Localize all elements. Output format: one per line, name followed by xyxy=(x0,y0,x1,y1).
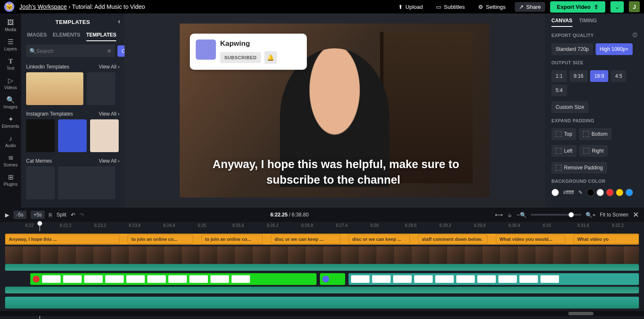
swatch-blue[interactable] xyxy=(625,189,633,196)
bg-swatch-current[interactable] xyxy=(551,189,559,196)
magnet-icon[interactable]: ⫝ xyxy=(507,212,513,218)
viewall-link[interactable]: View All › xyxy=(99,111,120,117)
remove-padding[interactable]: Remove Padding xyxy=(551,162,607,174)
tab-canvas[interactable]: CANVAS xyxy=(551,18,572,27)
export-caret-button[interactable]: ⌄ xyxy=(610,1,624,13)
eyedropper-icon[interactable]: ✎ xyxy=(578,190,583,195)
split-icon[interactable]: ⎘ xyxy=(49,212,52,218)
pad-right[interactable]: Right xyxy=(579,145,608,157)
close-timeline[interactable]: ✕ xyxy=(633,210,639,219)
pad-bottom[interactable]: Bottom xyxy=(579,128,612,140)
fit-to-screen[interactable]: Fit to Screen xyxy=(600,212,628,218)
overlay-chip xyxy=(414,275,433,283)
collapse-panel-button[interactable]: ‹ xyxy=(118,18,120,25)
viewall-link[interactable]: View All › xyxy=(99,158,120,164)
tab-images[interactable]: IMAGES xyxy=(27,32,47,41)
back-5s[interactable]: -5s xyxy=(13,211,27,219)
template-thumb[interactable] xyxy=(26,119,55,152)
zoom-in-icon[interactable]: 🔍+ xyxy=(585,212,596,218)
settings-button[interactable]: ⚙Settings xyxy=(474,2,510,12)
template-thumb[interactable] xyxy=(26,166,55,199)
tool-elements[interactable]: ✦Elements xyxy=(0,113,21,131)
brand-cat-icon xyxy=(196,40,216,60)
tab-timing[interactable]: TIMING xyxy=(579,18,597,27)
template-thumb[interactable] xyxy=(90,119,119,152)
snap-icon[interactable]: ⟷ xyxy=(495,212,503,218)
pad-left[interactable]: Left xyxy=(551,145,577,157)
undo-button[interactable]: ↶ xyxy=(71,212,75,218)
video-frame xyxy=(571,246,588,264)
viewall-link[interactable]: View All › xyxy=(99,64,120,70)
help-icon[interactable]: ⓘ xyxy=(633,32,637,38)
ratio-16-9[interactable]: 16:9 xyxy=(590,70,608,82)
overlay-segment-green[interactable] xyxy=(30,273,317,285)
timeline-ruler[interactable]: 6:226:22.26:23.26:23.86:24.46:256:25.66:… xyxy=(0,222,644,231)
template-thumb[interactable] xyxy=(58,119,87,152)
redo-button[interactable]: ↷ xyxy=(80,212,84,218)
pad-top[interactable]: Top xyxy=(551,128,576,140)
quality-high[interactable]: High 1080p+ xyxy=(596,43,633,55)
template-thumb[interactable] xyxy=(87,72,115,105)
zoom-knob[interactable] xyxy=(569,212,574,217)
tool-videos[interactable]: ▷Videos xyxy=(0,74,21,92)
subtitle-clip[interactable]: staff comment down below. xyxy=(418,235,487,244)
search-input[interactable] xyxy=(36,48,107,54)
overlay-chip xyxy=(351,275,370,283)
swatch-red[interactable] xyxy=(606,189,614,196)
tool-audio[interactable]: ♪Audio xyxy=(0,132,21,150)
overlay-segment-green[interactable] xyxy=(320,273,345,285)
subtitle-track[interactable]: Anyway, I hope this ...to join an online… xyxy=(5,234,639,245)
tool-layers[interactable]: ☰Layers xyxy=(0,35,21,54)
video-canvas[interactable]: Kapwing SUBSCRIBED 🔔 Anyway, I hope this… xyxy=(180,24,490,198)
share-button[interactable]: ↗Share xyxy=(515,2,545,12)
scroll-thumb[interactable] xyxy=(568,312,593,315)
ratio-4-5[interactable]: 4:5 xyxy=(611,70,626,82)
custom-size[interactable]: Custom Size xyxy=(551,101,588,113)
ratio-5-4[interactable]: 5:4 xyxy=(551,84,567,96)
upload-button[interactable]: ⬆Upload xyxy=(394,2,427,12)
swatch-yellow[interactable] xyxy=(616,189,623,196)
tool-text[interactable]: 𝐓Text xyxy=(0,55,21,73)
video-track[interactable] xyxy=(5,246,639,264)
subtitle-clip[interactable]: to join an online co... xyxy=(201,235,263,244)
overlay-track[interactable] xyxy=(5,273,639,285)
subtitle-clip[interactable]: What video you would... xyxy=(496,235,565,244)
template-thumb[interactable] xyxy=(26,72,83,105)
timeline-scrollbar[interactable] xyxy=(0,311,644,316)
video-frame xyxy=(323,246,341,264)
video-audio-wave[interactable] xyxy=(5,264,639,271)
music-track[interactable] xyxy=(5,297,639,308)
quality-standard[interactable]: Standard 720p xyxy=(551,43,593,55)
tab-templates[interactable]: TEMPLATES xyxy=(86,32,117,41)
subscribe-card[interactable]: Kapwing SUBSCRIBED 🔔 xyxy=(190,34,307,70)
ratio-1-1[interactable]: 1:1 xyxy=(551,70,567,82)
overlay-audio-wave[interactable] xyxy=(5,287,639,293)
tab-elements[interactable]: ELEMENTS xyxy=(53,32,80,41)
overlay-segment-teal[interactable] xyxy=(349,273,639,285)
subtitle-clip[interactable]: What video yo xyxy=(573,235,639,244)
subtitle-clip[interactable]: Anyway, I hope this ... xyxy=(5,235,120,244)
fwd-5s[interactable]: +5s xyxy=(31,211,45,219)
subtitle-clip[interactable]: disc or we can keep ... xyxy=(271,235,340,244)
workspace-link[interactable]: Josh's Workspace xyxy=(19,3,67,10)
tool-images[interactable]: 🔍Images xyxy=(0,93,21,112)
subtitles-button[interactable]: ▭Subtitles xyxy=(432,2,469,12)
ratio-9-16[interactable]: 9:16 xyxy=(569,70,588,82)
ruler-tick: 6:29.8 xyxy=(474,223,486,228)
tool-plugins[interactable]: ⊞Plugins xyxy=(0,171,21,189)
swatch-black[interactable] xyxy=(587,189,594,196)
template-thumb[interactable] xyxy=(58,166,115,199)
split-button[interactable]: Split xyxy=(56,212,66,218)
tool-scenes[interactable]: ≋Scenes xyxy=(0,151,21,170)
tool-media[interactable]: 🖼Media xyxy=(0,16,21,34)
subtitle-clip[interactable]: disc or we can keep ... xyxy=(349,235,410,244)
swatch-white[interactable] xyxy=(596,189,604,196)
export-button[interactable]: Export Video⇧ xyxy=(550,1,605,13)
subtitle-clip[interactable]: to join an online co... xyxy=(128,235,193,244)
play-button[interactable]: ▶ xyxy=(5,212,9,218)
search-box[interactable]: 🔍 ✕ xyxy=(26,45,115,57)
clear-icon[interactable]: ✕ xyxy=(107,48,112,54)
zoom-slider[interactable] xyxy=(531,214,581,216)
user-avatar[interactable]: J xyxy=(629,1,640,12)
zoom-out-icon[interactable]: −🔍 xyxy=(517,212,527,218)
